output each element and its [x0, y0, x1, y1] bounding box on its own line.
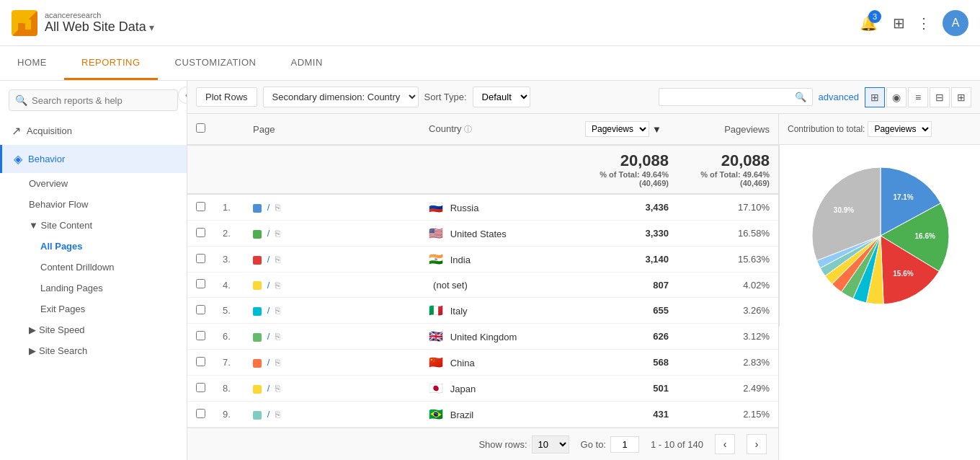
toolbar-search-icon[interactable]: 🔍	[795, 92, 806, 102]
page-link-0[interactable]: /	[267, 202, 270, 213]
user-avatar[interactable]: A	[943, 10, 968, 36]
page-link-3[interactable]: /	[267, 280, 270, 291]
goto-area: Go to:	[581, 436, 639, 453]
site-dropdown-icon[interactable]: ▾	[149, 22, 154, 33]
country-info-icon: ⓘ	[464, 125, 472, 133]
sidebar-item-acquisition[interactable]: ↗ Acquisition	[0, 117, 187, 145]
tab-reporting[interactable]: REPORTING	[64, 46, 158, 80]
secondary-dimension-select[interactable]: Secondary dimension: Country	[263, 87, 419, 107]
sidebar-subitem-exit-pages[interactable]: Exit Pages	[0, 298, 187, 319]
col-checkbox	[187, 114, 214, 145]
page-link-6[interactable]: /	[267, 357, 270, 368]
copy-icon-4[interactable]: ⎘	[275, 306, 280, 316]
row-color-dot-6	[253, 359, 262, 368]
view-filter-button[interactable]: ⊟	[930, 87, 950, 107]
select-all-checkbox[interactable]	[196, 123, 205, 133]
rows-select[interactable]: 102550100	[532, 435, 569, 454]
row-checkbox-8[interactable]	[196, 409, 205, 418]
sidebar-subitem-overview[interactable]: Overview	[0, 173, 187, 194]
sidebar-item-behavior[interactable]: ◈ Behavior	[0, 145, 187, 173]
row-num-0: 1.	[214, 194, 244, 221]
copy-icon-5[interactable]: ⎘	[275, 332, 280, 342]
tab-admin[interactable]: ADMIN	[273, 46, 339, 80]
contrib-select[interactable]: Pageviews	[868, 121, 932, 137]
row-checkbox-2[interactable]	[196, 254, 205, 263]
row-checkbox-6[interactable]	[196, 357, 205, 366]
sort-desc-icon[interactable]: ▼	[652, 124, 662, 135]
site-content-toggle[interactable]: ▼ Site Content	[0, 215, 187, 236]
pie-section: Contribution to total: Pageviews 17.1%16…	[778, 114, 980, 460]
flag-0: 🇷🇺	[429, 201, 443, 213]
copy-icon-6[interactable]: ⎘	[275, 358, 280, 368]
copy-icon-0[interactable]: ⎘	[275, 203, 280, 213]
copy-icon-7[interactable]: ⎘	[275, 384, 280, 394]
site-search-toggle[interactable]: ▶ Site Search	[0, 340, 187, 361]
notification-button[interactable]: 🔔 3	[855, 10, 881, 36]
row-checkbox-4[interactable]	[196, 305, 205, 314]
view-pie-button[interactable]: ◉	[886, 87, 906, 107]
pie-chart: 17.1%16.6%15.6%30.9%	[801, 156, 960, 315]
sidebar-collapse-button[interactable]: ‹	[178, 87, 187, 104]
row-pct-5: 3.12%	[677, 324, 778, 350]
site-speed-toggle[interactable]: ▶ Site Speed	[0, 319, 187, 340]
view-list-button[interactable]: ≡	[908, 87, 928, 107]
copy-icon-8[interactable]: ⎘	[275, 410, 280, 420]
site-speed-label: Site Speed	[39, 324, 85, 335]
row-page-1: / ⎘	[244, 221, 420, 247]
copy-icon-3[interactable]: ⎘	[275, 280, 280, 291]
page-link-2[interactable]: /	[267, 254, 270, 265]
row-checkbox-0[interactable]	[196, 202, 205, 211]
sidebar-subitem-landing-pages[interactable]: Landing Pages	[0, 278, 187, 298]
more-options-icon[interactable]: ⋮	[917, 14, 931, 32]
row-num-1: 2.	[214, 221, 244, 247]
country-name-8: Brazil	[450, 410, 474, 420]
col-pageviews2-header: Pageviews	[677, 114, 778, 145]
row-page-7: / ⎘	[244, 376, 420, 402]
goto-input[interactable]	[610, 436, 639, 453]
site-speed-icon: ▶	[29, 324, 36, 335]
advanced-link[interactable]: advanced	[819, 92, 859, 102]
page-link-4[interactable]: /	[267, 305, 270, 316]
search-input[interactable]	[32, 95, 172, 106]
row-pv-3: 807	[576, 273, 677, 298]
pageviews-select[interactable]: Pageviews	[585, 121, 649, 137]
row-checkbox-1[interactable]	[196, 228, 205, 237]
view-table-button[interactable]: ⊞	[951, 87, 971, 107]
copy-icon-1[interactable]: ⎘	[275, 229, 280, 239]
page-link-5[interactable]: /	[267, 331, 270, 342]
tab-customization[interactable]: CUSTOMIZATION	[158, 46, 274, 80]
view-grid-button[interactable]: ⊞	[865, 87, 885, 107]
plot-rows-button[interactable]: Plot Rows	[196, 87, 257, 107]
row-checkbox-7[interactable]	[196, 383, 205, 392]
sort-select[interactable]: Default	[473, 87, 530, 107]
sidebar-subitem-behavior-flow[interactable]: Behavior Flow	[0, 194, 187, 215]
row-checkbox-3[interactable]	[196, 279, 205, 288]
page-link-1[interactable]: /	[267, 228, 270, 239]
apps-icon[interactable]: ⊞	[893, 14, 905, 32]
top-header: acanceresearch All Web Site Data ▾ 🔔 3 ⊞…	[0, 0, 980, 46]
copy-icon-2[interactable]: ⎘	[275, 255, 280, 265]
page-link-8[interactable]: /	[267, 409, 270, 420]
row-pct-3: 4.02%	[677, 273, 778, 298]
toolbar-search-input[interactable]	[665, 92, 795, 102]
table-pie-area: Page Country ⓘ Pageviews ▼	[187, 114, 980, 460]
page-link-7[interactable]: /	[267, 383, 270, 394]
summary-total-1: 20,088 % of Total: 49.64% (40,469)	[576, 145, 677, 194]
flag-1: 🇺🇸	[429, 227, 443, 239]
tab-home[interactable]: HOME	[0, 46, 64, 80]
sidebar-item-label-behavior: Behavior	[28, 154, 65, 164]
flag-8: 🇧🇷	[429, 408, 443, 420]
row-checkbox-5[interactable]	[196, 331, 205, 340]
sidebar-subitem-all-pages[interactable]: All Pages	[0, 236, 187, 257]
row-color-dot-5	[253, 333, 262, 342]
country-name-7: Japan	[450, 384, 476, 394]
row-country-5: 🇬🇧 United Kingdom	[420, 324, 576, 350]
next-page-button[interactable]: ›	[747, 434, 767, 454]
svg-rect-0	[18, 23, 24, 30]
row-pv-0: 3,436	[576, 194, 677, 221]
site-search-label: Site Search	[39, 345, 87, 356]
row-pct-1: 16.58%	[677, 221, 778, 247]
header-right: 🔔 3 ⊞ ⋮ A	[855, 10, 968, 36]
prev-page-button[interactable]: ‹	[715, 434, 735, 454]
sidebar-subitem-content-drilldown[interactable]: Content Drilldown	[0, 257, 187, 278]
